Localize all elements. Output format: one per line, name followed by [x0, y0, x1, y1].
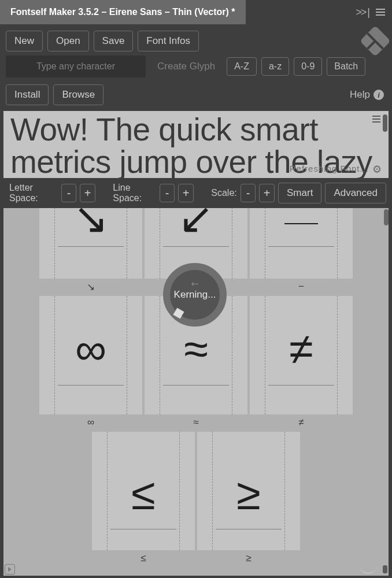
- letter-space-plus[interactable]: +: [80, 184, 95, 202]
- glyph-label: ≈: [145, 414, 247, 432]
- glyph-label: −: [250, 279, 353, 296]
- resize-handle-icon[interactable]: [383, 565, 387, 573]
- preview-menu-icon[interactable]: [372, 116, 380, 123]
- line-space-label: Line Space:: [113, 183, 156, 203]
- character-input[interactable]: [6, 55, 146, 77]
- glyph-char: ≠: [289, 324, 313, 374]
- hamburger-icon[interactable]: [376, 9, 385, 16]
- character-toolbar: Create Glyph A-Z a-z 0-9 Batch: [0, 55, 392, 82]
- glyph-cell[interactable]: ≥: [197, 432, 300, 550]
- lowercase-button[interactable]: a-z: [261, 57, 289, 76]
- glyph-cell[interactable]: ∞: [39, 296, 142, 414]
- titlebar: Fontself Maker 3.5.2 – Eirene Sans – Thi…: [0, 0, 392, 24]
- collapse-icon[interactable]: >> |: [356, 6, 369, 18]
- browse-button[interactable]: Browse: [53, 84, 103, 105]
- glyph-char: ≤: [131, 469, 156, 519]
- advanced-button[interactable]: Advanced: [325, 183, 386, 203]
- window-title: Fontself Maker 3.5.2 – Eirene Sans – Thi…: [0, 0, 246, 24]
- open-button[interactable]: Open: [47, 31, 89, 51]
- bottom-bar: [5, 563, 387, 576]
- spinner-tick-icon: [173, 307, 184, 318]
- letter-space-minus[interactable]: -: [61, 184, 77, 202]
- glyph-char: ≥: [236, 469, 261, 519]
- gear-icon[interactable]: ⚙: [372, 163, 383, 173]
- scale-label: Scale:: [211, 188, 236, 198]
- install-toolbar: Install Browse Help i: [0, 82, 392, 111]
- create-glyph-button[interactable]: Create Glyph: [150, 61, 222, 72]
- letter-space-label: Letter Space:: [9, 183, 58, 203]
- kerning-overlay: ↙ Kerning...: [163, 263, 227, 327]
- kerning-status: Kerning...: [174, 289, 216, 301]
- line-space-plus[interactable]: +: [178, 184, 194, 202]
- smile-icon[interactable]: [360, 565, 377, 574]
- preview-scrollbar[interactable]: [383, 114, 387, 132]
- preview-pane: Wow! The quick smart metrics jump over t…: [3, 111, 389, 178]
- new-button[interactable]: New: [6, 31, 43, 51]
- install-button[interactable]: Install: [6, 84, 49, 105]
- glyph-char: ↙: [178, 208, 214, 243]
- info-icon: i: [373, 90, 384, 100]
- glyph-label: ≠: [250, 414, 353, 432]
- uppercase-button[interactable]: A-Z: [227, 57, 257, 76]
- glyph-char: [284, 223, 318, 224]
- glyph-cell[interactable]: ≠: [250, 296, 353, 414]
- play-icon[interactable]: [5, 564, 15, 575]
- fontself-logo-icon: [360, 25, 391, 57]
- glyph-cell[interactable]: ≤: [92, 432, 195, 550]
- glyph-cell[interactable]: [250, 208, 353, 279]
- glyph-char: ∞: [75, 324, 106, 374]
- scale-plus[interactable]: +: [259, 184, 275, 202]
- line-space-minus[interactable]: -: [160, 184, 175, 202]
- main-toolbar: New Open Save Font Infos: [0, 24, 392, 55]
- batch-button[interactable]: Batch: [327, 57, 365, 76]
- glyph-label: ↘: [39, 279, 142, 296]
- refreshing-status: Refreshing Font...: [290, 164, 369, 173]
- scale-minus[interactable]: -: [241, 184, 256, 202]
- arrow-icon: ↙: [188, 277, 202, 290]
- help-label: Help: [350, 89, 370, 101]
- glyph-char: ≈: [184, 324, 208, 374]
- glyph-label: ∞: [39, 414, 142, 432]
- glyph-cell[interactable]: ↘: [39, 208, 142, 279]
- smart-button[interactable]: Smart: [278, 183, 321, 203]
- glyph-char: ↘: [73, 208, 109, 243]
- font-infos-button[interactable]: Font Infos: [138, 31, 199, 51]
- save-button[interactable]: Save: [94, 31, 134, 51]
- metrics-bar: Letter Space: - + Line Space: - + Scale:…: [0, 178, 392, 208]
- help-link[interactable]: Help i: [350, 89, 384, 101]
- numbers-button[interactable]: 0-9: [294, 57, 322, 76]
